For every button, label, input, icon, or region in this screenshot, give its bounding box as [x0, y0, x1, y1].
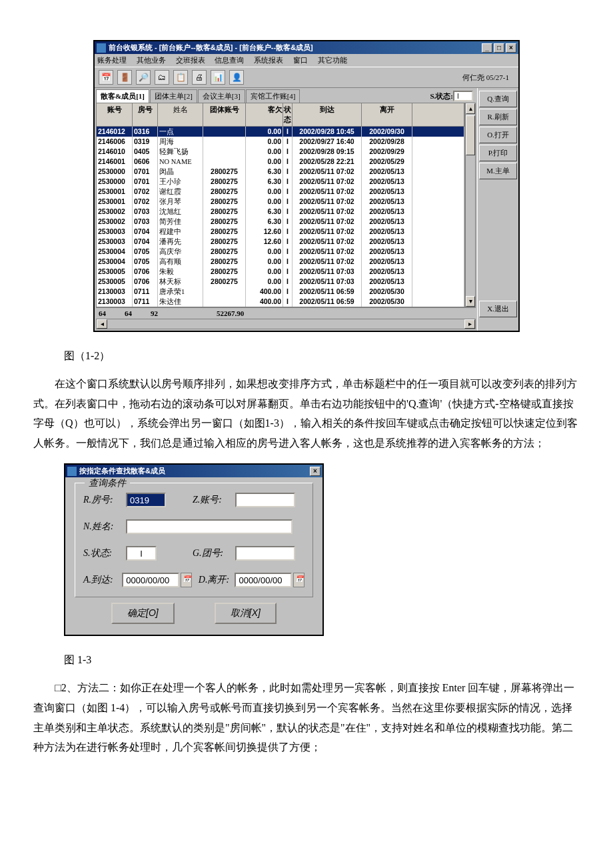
header-balance[interactable]: 客欠 [246, 103, 283, 127]
guest-table: 账号 房号 姓名 团体账号 客欠 状态 到达 离开 21460120316一点0… [96, 103, 465, 307]
calendar-icon[interactable]: 📅 [99, 70, 113, 85]
room-input[interactable] [126, 493, 166, 507]
status-input[interactable] [126, 546, 157, 561]
group-title: 查询条件 [85, 477, 130, 489]
list-icon[interactable]: 📋 [173, 70, 188, 85]
tree-icon[interactable]: 🗂 [155, 70, 169, 85]
scroll-left-button[interactable]: ◂ [97, 319, 107, 329]
chart-icon[interactable]: 📊 [211, 70, 225, 85]
refresh-button[interactable]: R.刷新 [479, 109, 517, 125]
table-row[interactable]: 21460010606NO NAME0.00I2002/05/28 22:212… [97, 157, 464, 167]
account-label: Z.账号: [193, 494, 235, 506]
scroll-up-button[interactable]: ▴ [466, 103, 475, 114]
menu-item[interactable]: 账务处理 [97, 56, 127, 64]
table-row[interactable]: 25300000701王小珍28002756.30I2002/05/11 07:… [97, 177, 464, 187]
scroll-thumb[interactable] [466, 115, 475, 155]
header-name[interactable]: 姓名 [158, 103, 203, 127]
table-row[interactable]: 21300030711唐承荣1400.00I2002/05/11 06:5920… [97, 287, 464, 297]
app-icon [97, 43, 106, 53]
footer-count-1: 64 [99, 309, 106, 317]
close-button[interactable]: × [506, 43, 516, 53]
table-row[interactable]: 21460060319周海0.00I2002/09/27 16:402002/0… [97, 137, 464, 147]
status-filter-label: S.状态: [430, 91, 453, 101]
print-icon[interactable]: 🖨 [192, 70, 207, 85]
minimize-button[interactable]: _ [482, 43, 492, 53]
figure-caption-2: 图 1-3 [33, 636, 580, 667]
table-row[interactable]: 25300010702谢红霞28002750.00I2002/05/11 07:… [97, 187, 464, 197]
footer-count-2: 64 [125, 309, 132, 317]
open-button[interactable]: O.打开 [479, 127, 517, 143]
room-label: R.房号: [83, 494, 126, 506]
menu-item[interactable]: 信息查询 [215, 56, 244, 64]
tab-group[interactable]: 团体主单[2] [150, 89, 197, 103]
table-row[interactable]: 25300050706林天标28002750.00I2002/05/11 07:… [97, 277, 464, 287]
table-row[interactable]: 25300000701闵晶28002756.30I2002/05/11 07:0… [97, 167, 464, 177]
exit-button[interactable]: X.退出 [479, 301, 517, 317]
table-row[interactable]: 21460120316一点0.00I2002/09/28 10:452002/0… [97, 127, 464, 137]
departure-label: D.离开: [199, 574, 235, 586]
window-title: 前台收银系统 - [前台账户--散客&成员] - [前台账户--散客&成员] [109, 43, 313, 53]
header-arrival[interactable]: 到达 [293, 103, 362, 127]
departure-input[interactable] [235, 573, 292, 587]
tab-house[interactable]: 宾馆工作账[4] [246, 89, 301, 103]
menu-item[interactable]: 其它功能 [318, 56, 347, 64]
scroll-down-button[interactable]: ▾ [466, 296, 475, 307]
table-row[interactable]: 25300040705高庆华28002750.00I2002/05/11 07:… [97, 247, 464, 257]
status-filter-input[interactable] [453, 91, 473, 101]
header-status[interactable]: 状态 [283, 103, 293, 127]
header-blank [412, 103, 464, 127]
cancel-button[interactable]: 取消[X] [215, 603, 277, 624]
menu-item[interactable]: 窗口 [293, 56, 308, 64]
menubar: 账务处理 其他业务 交班报表 信息查询 系统报表 窗口 其它功能 [95, 54, 518, 67]
tab-guests[interactable]: 散客&成员[1] [96, 89, 149, 103]
footer-total: 52267.90 [217, 309, 244, 317]
account-input[interactable] [235, 493, 295, 507]
table-row[interactable]: 25300050706朱毅28002750.00I2002/05/11 07:0… [97, 267, 464, 277]
table-row[interactable]: 25300020703简芳佳28002756.30I2002/05/11 07:… [97, 217, 464, 227]
dialog-close-button[interactable]: × [310, 467, 320, 476]
name-input[interactable] [126, 519, 293, 534]
paragraph-2: □2、方法二：如你正在处理一个客人的帐务，此时如需处理另一宾客帐，则直接按 En… [33, 678, 580, 757]
table-row[interactable]: 25300030704程建中280027512.60I2002/05/11 07… [97, 227, 464, 237]
arrival-label: A.到达: [83, 574, 122, 586]
table-row[interactable]: 25300030704潘再先280027512.60I2002/05/11 07… [97, 237, 464, 247]
table-row[interactable]: 25300020703沈旭红28002756.30I2002/05/11 07:… [97, 207, 464, 217]
door-icon[interactable]: 🚪 [117, 70, 132, 85]
search-dialog: 按指定条件查找散客&成员 × 查询条件 R.房号: Z.账号: N.姓名: [64, 463, 324, 636]
paragraph-1: 在这个窗口系统默认以房号顺序排列，如果想改变排序方式，单击标题栏中的任一项目就可… [33, 374, 580, 453]
scroll-right-button[interactable]: ▸ [464, 319, 475, 329]
table-header: 账号 房号 姓名 团体账号 客欠 状态 到达 离开 [97, 103, 464, 127]
table-row[interactable]: 25300040705高有顺28002750.00I2002/05/11 07:… [97, 257, 464, 267]
arrival-input[interactable] [122, 573, 179, 587]
table-row[interactable]: 25300010702张月琴28002750.00I2002/05/11 07:… [97, 197, 464, 207]
master-button[interactable]: M.主单 [479, 163, 517, 179]
print-button[interactable]: P.打印 [479, 145, 517, 161]
user-label: 何仁尧 05/27-1 [462, 73, 514, 83]
header-departure[interactable]: 离开 [362, 103, 412, 127]
search-icon[interactable]: 🔎 [136, 70, 151, 85]
menu-item[interactable]: 其他业务 [137, 56, 166, 64]
menu-item[interactable]: 系统报表 [254, 56, 283, 64]
header-group[interactable]: 团体账号 [203, 103, 246, 127]
toolbar: 📅 🚪 🔎 🗂 📋 🖨 📊 👤 何仁尧 05/27-1 [95, 67, 518, 88]
group-input[interactable] [235, 546, 295, 561]
vertical-scrollbar[interactable]: ▴ ▾ [465, 103, 476, 307]
table-row[interactable]: 21300030711朱达佳400.00I2002/05/11 06:59200… [97, 297, 464, 307]
header-account[interactable]: 账号 [97, 103, 133, 127]
horizontal-scrollbar[interactable]: ◂ ▸ [96, 319, 476, 329]
menu-item[interactable]: 交班报表 [176, 56, 205, 64]
user-icon[interactable]: 👤 [229, 70, 244, 85]
calendar-icon[interactable]: 📅 [293, 573, 305, 587]
dialog-titlebar[interactable]: 按指定条件查找散客&成员 × [65, 465, 322, 477]
query-button[interactable]: Q.查询 [479, 91, 517, 107]
ok-button[interactable]: 确定[O] [111, 603, 175, 624]
document-page: 前台收银系统 - [前台账户--散客&成员] - [前台账户--散客&成员] _… [0, 0, 613, 808]
status-label: S.状态: [83, 547, 126, 559]
tab-meeting[interactable]: 会议主单[3] [198, 89, 245, 103]
table-row[interactable]: 21460100405轻舞飞扬0.00I2002/09/28 09:152002… [97, 147, 464, 157]
maximize-button[interactable]: □ [494, 43, 504, 53]
calendar-icon[interactable]: 📅 [181, 573, 192, 587]
cashier-window: 前台收银系统 - [前台账户--散客&成员] - [前台账户--散客&成员] _… [93, 40, 520, 332]
header-room[interactable]: 房号 [133, 103, 158, 127]
window-titlebar[interactable]: 前台收银系统 - [前台账户--散客&成员] - [前台账户--散客&成员] _… [95, 41, 518, 54]
